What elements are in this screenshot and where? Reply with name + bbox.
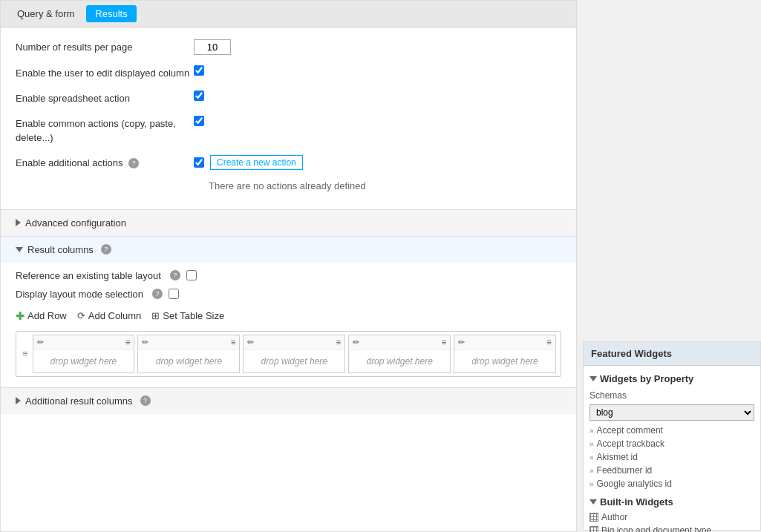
widget-col-5-drop-zone[interactable]: drop widget here [454,350,555,372]
widget-col-2-drop-zone[interactable]: drop widget here [138,350,239,372]
add-row-plus-icon: ✚ [16,310,25,322]
fw-item-bullet-icon-5: » [589,480,594,488]
widget-col-5-menu-icon[interactable]: ≡ [547,338,552,347]
widgets-by-property-header[interactable]: Widgets by Property [589,370,754,387]
reference-table-label: Reference an existing table layout [16,270,161,281]
result-columns-body: Reference an existing table layout ? Dis… [1,263,576,387]
fw-builtin-author[interactable]: Author [589,510,754,524]
results-per-page-control [194,39,231,55]
common-actions-control [194,116,204,126]
result-columns-help-icon[interactable]: ? [101,244,111,254]
featured-widgets: Featured Widgets Widgets by Property Sch… [584,342,760,532]
widget-table-row: ≡ ✏ ≡ drop widget here [16,332,561,376]
widget-col-3-header: ✏ ≡ [244,335,344,350]
widget-column-2: ✏ ≡ drop widget here [137,335,240,373]
additional-columns-toggle-icon [16,397,21,404]
widget-column-5: ✏ ≡ drop widget here [454,335,556,373]
schemas-label: Schemas [589,390,754,401]
add-row-button[interactable]: ✚ Add Row [16,310,67,322]
edit-column-control [194,65,204,76]
builtin-widgets-label: Built-in Widgets [600,496,673,508]
fw-builtin-big-icon[interactable]: Big icon and document type [589,524,754,532]
reference-table-checkbox[interactable] [186,270,197,280]
fw-item-google-analytics-label: Google analytics id [597,479,672,489]
builtin-widgets-header[interactable]: Built-in Widgets [589,492,754,510]
widget-col-1-edit-icon[interactable]: ✏ [37,338,44,347]
additional-columns-section[interactable]: Additional result columns ? [1,387,576,414]
featured-widgets-body: Widgets by Property Schemas blog article… [584,366,760,532]
spreadsheet-checkbox[interactable] [194,91,204,101]
additional-columns-label: Additional result columns [25,395,133,407]
widget-col-4-edit-icon[interactable]: ✏ [353,338,359,347]
widget-col-2-menu-icon[interactable]: ≡ [231,338,235,347]
advanced-config-section[interactable]: Advanced configuration [1,209,576,236]
set-table-size-button[interactable]: ⊞ Set Table Size [151,310,224,321]
common-actions-row: Enable common actions (copy, paste, dele… [16,116,561,144]
fw-item-feedburner-label: Feedburner id [597,465,653,476]
widget-col-4-menu-icon[interactable]: ≡ [442,338,446,347]
widget-col-2-edit-icon[interactable]: ✏ [142,338,148,347]
schemas-section: Schemas blog article page » Accept comme… [589,387,754,492]
display-layout-help-icon[interactable]: ? [152,289,163,299]
widget-col-1-menu-icon[interactable]: ≡ [125,338,130,347]
widget-col-3-drop-zone[interactable]: drop widget here [244,350,344,372]
results-per-page-row: Number of results per page [16,39,561,55]
spreadsheet-row: Enable spreadsheet action [16,91,561,105]
edit-column-checkbox[interactable] [194,65,204,76]
add-column-button[interactable]: ⟳ Add Column [77,310,142,321]
widget-col-4-drop-zone[interactable]: drop widget here [349,350,450,372]
header-tabs: Query & form Results [1,1,576,27]
fw-item-accept-trackback[interactable]: » Accept trackback [589,437,754,450]
fw-item-feedburner-id[interactable]: » Feedburner id [589,464,754,477]
results-per-page-input[interactable] [194,39,231,55]
result-columns-header[interactable]: Result columns ? [1,237,576,263]
fw-builtin-big-icon-grid-icon [589,526,598,532]
widgets-by-property-label: Widgets by Property [600,373,693,384]
schema-select[interactable]: blog article page [589,404,754,421]
featured-widgets-panel: Featured Widgets Widgets by Property Sch… [583,341,761,531]
fw-item-google-analytics[interactable]: » Google analytics id [589,477,754,490]
widget-col-4-header: ✏ ≡ [349,335,450,350]
widgets-by-property-icon [589,376,597,381]
tab-results[interactable]: Results [86,5,136,22]
add-column-label: Add Column [88,310,142,321]
widget-col-5-header: ✏ ≡ [454,335,555,350]
add-column-icon: ⟳ [77,310,85,321]
fw-item-accept-comment[interactable]: » Accept comment [589,424,754,437]
reference-table-row: Reference an existing table layout ? [16,270,561,281]
fw-item-accept-trackback-label: Accept trackback [597,439,664,449]
fw-item-accept-comment-label: Accept comment [597,425,663,436]
fw-item-akismet-id[interactable]: » Akismet id [589,450,754,464]
fw-item-bullet-icon-3: » [589,453,594,462]
widget-col-3-edit-icon[interactable]: ✏ [247,338,254,347]
widget-table: ≡ ✏ ≡ drop widget here [16,331,561,377]
table-toolbar: ✚ Add Row ⟳ Add Column ⊞ Set Table Size [16,307,561,325]
set-table-size-icon: ⊞ [151,310,160,321]
additional-actions-checkbox[interactable] [194,157,204,168]
fw-item-bullet-icon-4: » [589,467,594,475]
drag-handle-icon[interactable]: ≡ [19,347,31,361]
widget-col-1-drop-zone[interactable]: drop widget here [33,350,134,372]
widget-col-5-edit-icon[interactable]: ✏ [458,338,465,347]
fw-item-akismet-label: Akismet id [597,452,638,462]
reference-table-help-icon[interactable]: ? [170,270,180,280]
widget-col-3-menu-icon[interactable]: ≡ [336,338,341,347]
common-actions-checkbox[interactable] [194,116,204,126]
fw-item-bullet-icon: » [589,427,594,435]
result-columns-section: Result columns ? Reference an existing t… [1,236,576,387]
display-layout-checkbox[interactable] [169,289,179,299]
edit-column-row: Enable the user to edit displayed column [16,65,561,80]
fw-builtin-author-grid-icon [589,513,598,522]
additional-columns-help-icon[interactable]: ? [140,395,151,406]
tab-query-form[interactable]: Query & form [8,5,83,22]
advanced-config-toggle-icon [16,219,21,226]
create-action-button[interactable]: Create a new action [210,155,303,170]
result-columns-label: Result columns [27,244,94,255]
additional-actions-help-icon[interactable]: ? [128,158,139,168]
widget-column-4: ✏ ≡ drop widget here [348,335,451,373]
spreadsheet-control [194,91,204,101]
widget-column-1: ✏ ≡ drop widget here [33,335,135,373]
display-layout-label: Display layout mode selection [16,289,143,300]
set-table-size-label: Set Table Size [163,310,224,321]
widget-col-2-header: ✏ ≡ [138,335,239,350]
